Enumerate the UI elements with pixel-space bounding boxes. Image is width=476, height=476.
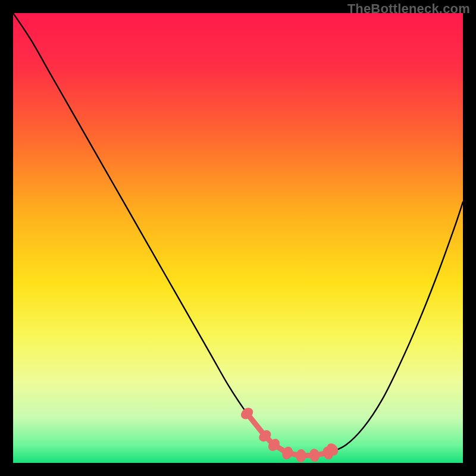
gradient-background: [13, 13, 463, 463]
chart-svg: [13, 13, 463, 463]
outer-frame: TheBottleneck.com: [0, 0, 476, 476]
attribution-text: TheBottleneck.com: [347, 1, 470, 17]
plot-area: [13, 13, 463, 463]
